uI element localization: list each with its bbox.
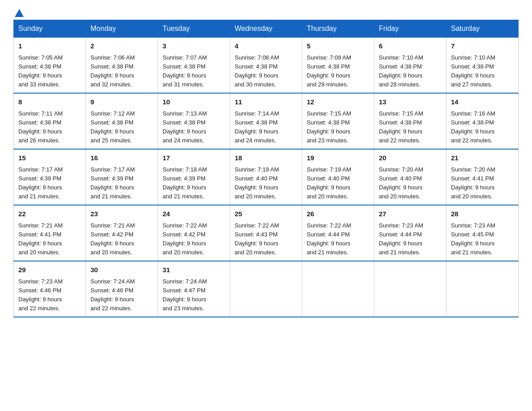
calendar-cell: 17Sunrise: 7:18 AMSunset: 4:39 PMDayligh… (158, 149, 230, 205)
calendar-cell: 6Sunrise: 7:10 AMSunset: 4:38 PMDaylight… (374, 38, 446, 94)
logo-triangle-icon (15, 9, 24, 17)
calendar-table: SundayMondayTuesdayWednesdayThursdayFrid… (13, 20, 519, 317)
day-number: 30 (90, 265, 153, 275)
calendar-cell: 26Sunrise: 7:22 AMSunset: 4:44 PMDayligh… (302, 205, 374, 261)
calendar-cell: 1Sunrise: 7:05 AMSunset: 4:38 PMDaylight… (14, 38, 86, 94)
day-info: Sunrise: 7:07 AMSunset: 4:38 PMDaylight:… (163, 53, 225, 90)
day-info: Sunrise: 7:17 AMSunset: 4:39 PMDaylight:… (18, 165, 81, 201)
page-header (13, 9, 519, 15)
calendar-cell: 25Sunrise: 7:22 AMSunset: 4:43 PMDayligh… (230, 205, 302, 261)
day-info: Sunrise: 7:05 AMSunset: 4:38 PMDaylight:… (18, 53, 81, 90)
col-header-tuesday: Tuesday (158, 20, 230, 38)
calendar-week-row: 15Sunrise: 7:17 AMSunset: 4:39 PMDayligh… (14, 149, 519, 205)
calendar-cell: 4Sunrise: 7:08 AMSunset: 4:38 PMDaylight… (230, 38, 302, 94)
day-info: Sunrise: 7:20 AMSunset: 4:41 PMDaylight:… (451, 165, 514, 201)
day-info: Sunrise: 7:11 AMSunset: 4:38 PMDaylight:… (18, 109, 81, 146)
day-number: 29 (18, 265, 81, 275)
day-info: Sunrise: 7:23 AMSunset: 4:44 PMDaylight:… (379, 221, 442, 257)
day-number: 21 (451, 153, 514, 163)
day-number: 7 (451, 41, 514, 51)
day-info: Sunrise: 7:23 AMSunset: 4:45 PMDaylight:… (451, 221, 514, 257)
col-header-wednesday: Wednesday (230, 20, 302, 38)
calendar-cell: 13Sunrise: 7:15 AMSunset: 4:38 PMDayligh… (374, 93, 446, 149)
day-number: 17 (163, 153, 225, 163)
day-info: Sunrise: 7:20 AMSunset: 4:40 PMDaylight:… (379, 165, 442, 201)
day-number: 11 (235, 97, 297, 107)
calendar-cell: 18Sunrise: 7:19 AMSunset: 4:40 PMDayligh… (230, 149, 302, 205)
day-info: Sunrise: 7:19 AMSunset: 4:40 PMDaylight:… (307, 165, 369, 201)
day-info: Sunrise: 7:18 AMSunset: 4:39 PMDaylight:… (163, 165, 225, 201)
calendar-cell: 5Sunrise: 7:09 AMSunset: 4:38 PMDaylight… (302, 38, 374, 94)
calendar-cell: 27Sunrise: 7:23 AMSunset: 4:44 PMDayligh… (374, 205, 446, 261)
day-number: 10 (163, 97, 225, 107)
calendar-cell (302, 261, 374, 317)
calendar-cell: 22Sunrise: 7:21 AMSunset: 4:41 PMDayligh… (14, 205, 86, 261)
day-number: 26 (307, 209, 369, 219)
day-info: Sunrise: 7:06 AMSunset: 4:38 PMDaylight:… (90, 53, 153, 90)
day-number: 23 (90, 209, 153, 219)
day-info: Sunrise: 7:22 AMSunset: 4:44 PMDaylight:… (307, 221, 369, 257)
day-number: 27 (379, 209, 442, 219)
day-info: Sunrise: 7:21 AMSunset: 4:42 PMDaylight:… (90, 221, 153, 257)
day-number: 22 (18, 209, 81, 219)
day-number: 18 (235, 153, 297, 163)
calendar-cell: 23Sunrise: 7:21 AMSunset: 4:42 PMDayligh… (86, 205, 158, 261)
day-number: 20 (379, 153, 442, 163)
col-header-saturday: Saturday (446, 20, 519, 38)
logo-row (13, 9, 24, 17)
calendar-cell: 21Sunrise: 7:20 AMSunset: 4:41 PMDayligh… (446, 149, 519, 205)
day-number: 12 (307, 97, 369, 107)
calendar-cell: 10Sunrise: 7:13 AMSunset: 4:38 PMDayligh… (158, 93, 230, 149)
day-number: 9 (90, 97, 153, 107)
calendar-week-row: 8Sunrise: 7:11 AMSunset: 4:38 PMDaylight… (14, 93, 519, 149)
calendar-cell: 14Sunrise: 7:16 AMSunset: 4:38 PMDayligh… (446, 93, 519, 149)
calendar-cell (374, 261, 446, 317)
col-header-monday: Monday (86, 20, 158, 38)
calendar-cell: 24Sunrise: 7:22 AMSunset: 4:42 PMDayligh… (158, 205, 230, 261)
day-info: Sunrise: 7:16 AMSunset: 4:38 PMDaylight:… (451, 109, 514, 146)
day-number: 5 (307, 41, 369, 51)
day-number: 1 (18, 41, 81, 51)
logo-area (13, 9, 24, 15)
calendar-week-row: 29Sunrise: 7:23 AMSunset: 4:46 PMDayligh… (14, 261, 519, 317)
calendar-cell: 19Sunrise: 7:19 AMSunset: 4:40 PMDayligh… (302, 149, 374, 205)
day-number: 16 (90, 153, 153, 163)
day-info: Sunrise: 7:10 AMSunset: 4:38 PMDaylight:… (451, 53, 514, 90)
day-number: 15 (18, 153, 81, 163)
day-info: Sunrise: 7:21 AMSunset: 4:41 PMDaylight:… (18, 221, 81, 257)
calendar-cell: 11Sunrise: 7:14 AMSunset: 4:38 PMDayligh… (230, 93, 302, 149)
day-info: Sunrise: 7:14 AMSunset: 4:38 PMDaylight:… (235, 109, 297, 146)
svg-marker-0 (15, 9, 24, 17)
day-info: Sunrise: 7:09 AMSunset: 4:38 PMDaylight:… (307, 53, 369, 90)
day-info: Sunrise: 7:15 AMSunset: 4:38 PMDaylight:… (307, 109, 369, 146)
calendar-cell: 29Sunrise: 7:23 AMSunset: 4:46 PMDayligh… (14, 261, 86, 317)
day-info: Sunrise: 7:10 AMSunset: 4:38 PMDaylight:… (379, 53, 442, 90)
calendar-week-row: 1Sunrise: 7:05 AMSunset: 4:38 PMDaylight… (14, 38, 519, 94)
day-info: Sunrise: 7:22 AMSunset: 4:43 PMDaylight:… (235, 221, 297, 257)
day-info: Sunrise: 7:24 AMSunset: 4:46 PMDaylight:… (90, 277, 153, 313)
calendar-cell: 2Sunrise: 7:06 AMSunset: 4:38 PMDaylight… (86, 38, 158, 94)
day-number: 13 (379, 97, 442, 107)
day-number: 2 (90, 41, 153, 51)
calendar-cell: 28Sunrise: 7:23 AMSunset: 4:45 PMDayligh… (446, 205, 519, 261)
col-header-friday: Friday (374, 20, 446, 38)
day-number: 25 (235, 209, 297, 219)
day-number: 28 (451, 209, 514, 219)
day-info: Sunrise: 7:15 AMSunset: 4:38 PMDaylight:… (379, 109, 442, 146)
day-number: 19 (307, 153, 369, 163)
calendar-cell (230, 261, 302, 317)
day-info: Sunrise: 7:24 AMSunset: 4:47 PMDaylight:… (163, 277, 225, 313)
day-number: 14 (451, 97, 514, 107)
day-number: 4 (235, 41, 297, 51)
calendar-cell: 8Sunrise: 7:11 AMSunset: 4:38 PMDaylight… (14, 93, 86, 149)
calendar-cell: 20Sunrise: 7:20 AMSunset: 4:40 PMDayligh… (374, 149, 446, 205)
calendar-cell (446, 261, 519, 317)
day-info: Sunrise: 7:12 AMSunset: 4:38 PMDaylight:… (90, 109, 153, 146)
calendar-week-row: 22Sunrise: 7:21 AMSunset: 4:41 PMDayligh… (14, 205, 519, 261)
day-info: Sunrise: 7:23 AMSunset: 4:46 PMDaylight:… (18, 277, 81, 313)
calendar-header-row: SundayMondayTuesdayWednesdayThursdayFrid… (14, 20, 519, 38)
day-info: Sunrise: 7:19 AMSunset: 4:40 PMDaylight:… (235, 165, 297, 201)
calendar-cell: 12Sunrise: 7:15 AMSunset: 4:38 PMDayligh… (302, 93, 374, 149)
day-number: 3 (163, 41, 225, 51)
calendar-cell: 3Sunrise: 7:07 AMSunset: 4:38 PMDaylight… (158, 38, 230, 94)
